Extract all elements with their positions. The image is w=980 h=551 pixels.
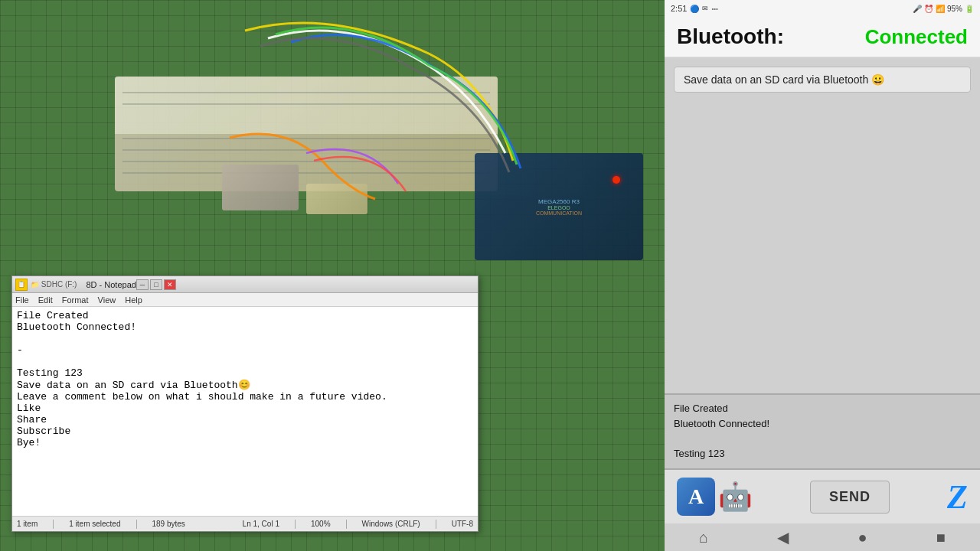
- bt-label: Bluetooth:: [677, 24, 784, 49]
- small-module: [306, 184, 368, 214]
- menu-help[interactable]: Help: [125, 295, 142, 305]
- arduino-board: MEGA2560 R3 ELEGOO COMMUNICATION: [475, 153, 643, 260]
- content-line-9: Share: [17, 414, 473, 425]
- content-line-0: File Created: [17, 310, 473, 321]
- battery-level: 95%: [947, 5, 962, 13]
- status-zoom: 100%: [311, 520, 331, 528]
- status-left: 2:51 🔵 ✉ •••: [671, 4, 718, 13]
- nav-back-button[interactable]: ◀: [777, 528, 789, 546]
- status-encoding: UTF-8: [452, 520, 473, 528]
- status-bar: 2:51 🔵 ✉ ••• 🎤 ⏰ 📶 95% 🔋: [665, 0, 980, 17]
- message-text: Save data on an SD card via Bluetooth 😀: [684, 73, 884, 86]
- status-selected: 1 item selected: [69, 520, 120, 528]
- content-line-6: Save data on an SD card via Bluetooth😊: [17, 379, 473, 391]
- bluetooth-status-icon: 🔵: [690, 5, 699, 13]
- content-line-2: [17, 333, 473, 344]
- nav-bar: ⌂ ◀ ● ■: [665, 523, 980, 551]
- breadboard: [115, 77, 498, 191]
- received-area: File Created Bluetooth Connected! Testin…: [665, 393, 980, 470]
- menu-file[interactable]: File: [15, 295, 29, 305]
- received-line-1: Bluetooth Connected!: [674, 416, 971, 432]
- bottom-toolbar: A 🤖 SEND Z: [665, 470, 980, 523]
- nav-circle-button[interactable]: ●: [858, 529, 867, 546]
- robot-icon: 🤖: [718, 481, 753, 513]
- breadcrumb-path: 📁 SDHC (F:): [31, 280, 77, 289]
- received-line-2: [674, 431, 971, 446]
- svg-rect-5: [122, 172, 490, 174]
- svg-rect-2: [122, 138, 490, 139]
- svg-rect-4: [122, 161, 490, 162]
- content-line-11: Bye!: [17, 437, 473, 448]
- battery-icon: 🔋: [965, 5, 974, 13]
- photo-area: MEGA2560 R3 ELEGOO COMMUNICATION: [0, 0, 665, 551]
- sd-card-module: [222, 165, 299, 210]
- content-line-1: Bluetooth Connected!: [17, 321, 473, 333]
- alarm-icon: ⏰: [924, 5, 933, 13]
- notepad-titlebar: 📋 📁 SDHC (F:) 8D - Notepad ─ □ ✕: [12, 276, 478, 293]
- phone-panel: 2:51 🔵 ✉ ••• 🎤 ⏰ 📶 95% 🔋 Bluetooth: Conn…: [665, 0, 980, 551]
- received-line-3: Testing 123: [674, 446, 971, 461]
- message-bubble: Save data on an SD card via Bluetooth 😀: [674, 67, 971, 93]
- status-size: 189 bytes: [152, 520, 185, 528]
- connection-status: Connected: [865, 25, 968, 49]
- status-time: 2:51: [671, 4, 687, 13]
- content-line-4: [17, 356, 473, 367]
- content-line-10: Subscribe: [17, 425, 473, 437]
- send-button[interactable]: SEND: [810, 481, 890, 514]
- app-logo-area: A 🤖: [677, 478, 753, 516]
- app-logo-z: Z: [947, 478, 968, 517]
- status-items: 1 item: [17, 520, 38, 528]
- bt-header: Bluetooth: Connected: [665, 17, 980, 57]
- hardware-area: MEGA2560 R3 ELEGOO COMMUNICATION: [0, 0, 665, 276]
- minimize-button[interactable]: ─: [136, 279, 149, 290]
- notepad-menubar: File Edit Format View Help: [12, 293, 478, 307]
- content-line-7: Leave a comment below on what i should m…: [17, 391, 473, 403]
- menu-view[interactable]: View: [98, 295, 116, 305]
- notepad-controls[interactable]: ─ □ ✕: [136, 279, 176, 290]
- close-button[interactable]: ✕: [164, 279, 176, 290]
- mic-icon: 🎤: [913, 5, 922, 13]
- status-ln-col: Ln 1, Col 1: [243, 520, 279, 528]
- received-line-0: File Created: [674, 401, 971, 416]
- notepad-icon: 📋: [15, 279, 28, 291]
- maximize-button[interactable]: □: [150, 279, 162, 290]
- notepad-content[interactable]: File Created Bluetooth Connected! - Test…: [12, 307, 478, 516]
- app-logo-a: A: [677, 478, 715, 516]
- svg-rect-3: [122, 149, 490, 151]
- svg-rect-0: [122, 92, 490, 93]
- status-right: 🎤 ⏰ 📶 95% 🔋: [913, 5, 974, 13]
- nav-home-button[interactable]: ⌂: [699, 529, 708, 546]
- notepad-window: 📋 📁 SDHC (F:) 8D - Notepad ─ □ ✕ File Ed…: [11, 276, 479, 532]
- menu-edit[interactable]: Edit: [38, 295, 53, 305]
- menu-format[interactable]: Format: [62, 295, 89, 305]
- dots-icon: •••: [711, 5, 717, 12]
- svg-rect-1: [122, 103, 490, 105]
- status-line-ending: Windows (CRLF): [362, 520, 420, 528]
- notification-icon: ✉: [702, 5, 708, 12]
- content-line-8: Like: [17, 403, 473, 414]
- message-display: Save data on an SD card via Bluetooth 😀: [665, 57, 980, 393]
- content-line-5: Testing 123: [17, 367, 473, 379]
- content-line-3: -: [17, 344, 473, 356]
- notepad-statusbar: 1 item 1 item selected 189 bytes Ln 1, C…: [12, 516, 478, 531]
- notepad-title: 8D - Notepad: [86, 280, 136, 289]
- nav-square-button[interactable]: ■: [936, 529, 946, 546]
- wifi-icon: 📶: [936, 5, 945, 13]
